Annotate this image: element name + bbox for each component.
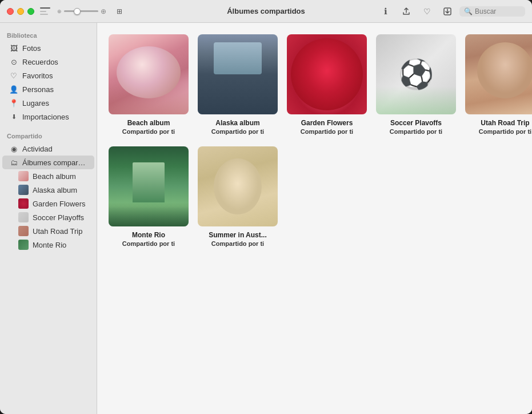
minimize-button[interactable] bbox=[17, 8, 24, 15]
sidebar-sub-monte[interactable]: Monte Rio bbox=[2, 238, 94, 252]
album-thumb-monte bbox=[109, 146, 189, 226]
sub-thumb-utah-icon bbox=[18, 226, 29, 236]
sidebar-item-actividad[interactable]: ◉ Actividad bbox=[2, 142, 94, 156]
sub-label-utah: Utah Road Trip bbox=[33, 227, 82, 236]
recuerdos-icon: ⊙ bbox=[9, 57, 18, 66]
sidebar-item-personas[interactable]: 👤 Personas bbox=[2, 82, 94, 96]
sidebar-item-recuerdos-label: Recuerdos bbox=[22, 58, 58, 66]
album-shared-alaska: Compartido por ti bbox=[211, 128, 264, 135]
sidebar-item-lugares-label: Lugares bbox=[22, 99, 49, 108]
export-button[interactable] bbox=[439, 5, 456, 18]
actividad-icon: ◉ bbox=[9, 144, 18, 153]
album-name-summer: Summer in Aust... bbox=[209, 231, 267, 239]
album-item-flowers[interactable]: Garden Flowers Compartido por ti bbox=[287, 34, 367, 135]
album-name-beach: Beach album bbox=[127, 119, 170, 127]
album-thumb-soccer: ⚽ bbox=[376, 34, 456, 114]
sub-label-beach: Beach album bbox=[33, 172, 76, 181]
fotos-icon: 🖼 bbox=[9, 43, 18, 53]
sidebar-item-albumes-compartidos[interactable]: 🗂 Álbumes compartid... bbox=[2, 156, 94, 169]
titlebar-controls: ⊕ ⊕ ⊞ bbox=[40, 5, 128, 18]
sidebar-item-importaciones-label: Importaciones bbox=[22, 113, 69, 121]
sidebar-item-actividad-label: Actividad bbox=[22, 145, 53, 153]
sub-label-flowers: Garden Flowers bbox=[33, 200, 85, 208]
traffic-lights bbox=[7, 8, 34, 15]
zoom-in-icon: ⊕ bbox=[101, 7, 106, 15]
album-shared-soccer: Compartido por ti bbox=[390, 128, 442, 135]
album-name-utah: Utah Road Trip bbox=[481, 119, 529, 127]
albumes-compartidos-icon: 🗂 bbox=[9, 158, 18, 167]
library-section-label: Biblioteca bbox=[0, 27, 97, 41]
search-input[interactable] bbox=[475, 7, 521, 15]
close-button[interactable] bbox=[7, 8, 14, 15]
search-icon: 🔍 bbox=[464, 7, 473, 15]
fit-window-button[interactable]: ⊞ bbox=[111, 5, 128, 18]
sidebar-sub-utah[interactable]: Utah Road Trip bbox=[2, 224, 94, 238]
sub-thumb-monte-icon bbox=[18, 240, 29, 250]
zoom-slider[interactable] bbox=[64, 10, 98, 12]
titlebar: ⊕ ⊕ ⊞ Álbumes compartidos ℹ ♡ bbox=[0, 0, 532, 23]
album-shared-beach: Compartido por ti bbox=[122, 128, 175, 135]
sub-label-alaska: Alaska album bbox=[33, 186, 77, 194]
album-thumb-utah bbox=[465, 34, 532, 114]
album-item-beach[interactable]: Beach album Compartido por ti bbox=[109, 34, 189, 135]
album-shared-flowers: Compartido por ti bbox=[301, 128, 353, 135]
heart-button[interactable]: ♡ bbox=[418, 5, 435, 18]
app-window: ⊕ ⊕ ⊞ Álbumes compartidos ℹ ♡ bbox=[0, 0, 532, 414]
album-item-alaska[interactable]: Alaska album Compartido por ti bbox=[198, 34, 278, 135]
album-name-monte: Monte Rio bbox=[132, 231, 165, 239]
sidebar-item-personas-label: Personas bbox=[22, 85, 54, 94]
favoritos-icon: ♡ bbox=[9, 71, 18, 80]
sidebar-item-fotos-label: Fotos bbox=[22, 44, 41, 53]
album-shared-summer: Compartido por ti bbox=[211, 240, 264, 247]
album-name-soccer: Soccer Plavoffs bbox=[390, 119, 442, 127]
sub-thumb-beach-icon bbox=[18, 171, 29, 181]
sidebar-item-importaciones[interactable]: ⬇ Importaciones bbox=[2, 110, 94, 124]
album-item-utah[interactable]: Utah Road Trip Compartido por ti bbox=[465, 34, 532, 135]
toolbar-actions: ℹ ♡ 🔍 bbox=[377, 5, 525, 18]
album-thumb-beach bbox=[109, 34, 189, 114]
album-thumb-flowers bbox=[287, 34, 367, 114]
album-item-monte[interactable]: Monte Rio Compartido por ti bbox=[109, 146, 189, 247]
sidebar-sub-alaska[interactable]: Alaska album bbox=[2, 183, 94, 197]
main-area: Biblioteca 🖼 Fotos ⊙ Recuerdos ♡ Favorit… bbox=[0, 23, 532, 414]
sidebar-item-favoritos[interactable]: ♡ Favoritos bbox=[2, 69, 94, 82]
sidebar-item-favoritos-label: Favoritos bbox=[22, 71, 53, 80]
zoom-out-icon: ⊕ bbox=[57, 9, 62, 14]
shared-section-label: Compartido bbox=[0, 128, 97, 142]
album-shared-utah: Compartido por ti bbox=[479, 128, 531, 135]
sidebar-sub-beach[interactable]: Beach album bbox=[2, 169, 94, 183]
sidebar-item-albumes-compartidos-label: Álbumes compartid... bbox=[22, 158, 87, 167]
sidebar-item-lugares[interactable]: 📍 Lugares bbox=[2, 96, 94, 110]
info-button[interactable]: ℹ bbox=[377, 5, 394, 18]
album-name-flowers: Garden Flowers bbox=[301, 119, 353, 127]
maximize-button[interactable] bbox=[27, 8, 34, 15]
sub-thumb-alaska-icon bbox=[18, 185, 29, 195]
album-thumb-alaska bbox=[198, 34, 278, 114]
album-item-soccer[interactable]: ⚽ Soccer Plavoffs Compartido por ti bbox=[376, 34, 456, 135]
sidebar: Biblioteca 🖼 Fotos ⊙ Recuerdos ♡ Favorit… bbox=[0, 23, 97, 414]
lugares-icon: 📍 bbox=[9, 98, 18, 108]
album-shared-monte: Compartido por ti bbox=[122, 240, 175, 247]
sidebar-item-recuerdos[interactable]: ⊙ Recuerdos bbox=[2, 55, 94, 69]
sidebar-item-fotos[interactable]: 🖼 Fotos bbox=[2, 41, 94, 55]
sub-thumb-flowers-icon bbox=[18, 198, 29, 209]
sidebar-sub-flowers[interactable]: Garden Flowers bbox=[2, 197, 94, 210]
search-box: 🔍 bbox=[459, 6, 525, 17]
sub-thumb-soccer-icon bbox=[18, 212, 29, 222]
personas-icon: 👤 bbox=[9, 85, 18, 94]
importaciones-icon: ⬇ bbox=[9, 112, 18, 121]
albums-grid: Beach album Compartido por ti Alaska alb… bbox=[109, 34, 521, 247]
sidebar-toggle-button[interactable] bbox=[40, 7, 50, 15]
album-item-summer[interactable]: Summer in Aust... Compartido por ti bbox=[198, 146, 278, 247]
album-name-alaska: Alaska album bbox=[215, 119, 259, 127]
zoom-slider-area: ⊕ ⊕ bbox=[57, 7, 106, 15]
window-title: Álbumes compartidos bbox=[227, 7, 305, 15]
sub-label-monte: Monte Rio bbox=[33, 241, 66, 249]
sub-label-soccer: Soccer Playoffs bbox=[33, 213, 84, 222]
album-thumb-summer bbox=[198, 146, 278, 226]
content-area: Beach album Compartido por ti Alaska alb… bbox=[97, 23, 532, 414]
share-button[interactable] bbox=[398, 5, 415, 18]
sidebar-sub-soccer[interactable]: Soccer Playoffs bbox=[2, 210, 94, 224]
